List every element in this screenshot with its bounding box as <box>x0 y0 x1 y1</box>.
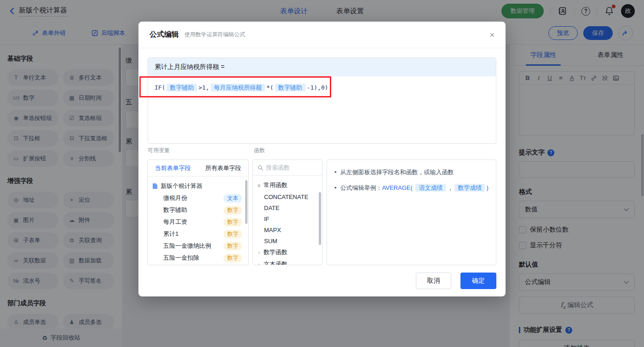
type-badge: 数字 <box>224 242 242 250</box>
function-item[interactable]: DATE <box>253 202 322 213</box>
search-icon <box>258 165 263 171</box>
tab-all-form-fields[interactable]: 所有表单字段 <box>205 164 241 172</box>
form-root-node[interactable]: 新版个税计算器 <box>148 180 248 192</box>
function-item[interactable]: CONCATENATE <box>253 191 322 202</box>
cancel-button[interactable]: 取消 <box>416 273 451 289</box>
tab-current-form-fields[interactable]: 当前表单字段 <box>155 164 191 172</box>
formula-code: >1, <box>198 84 209 91</box>
variable-row[interactable]: 缴税月份文本 <box>148 192 248 204</box>
type-badge: 数字 <box>224 230 242 239</box>
variables-panel: 当前表单字段 所有表单字段 新版个税计算器 缴税月份文本 数字辅助数字 每月工资… <box>147 159 249 265</box>
tip-example-line: • 公式编辑举例：AVERAGE( 语文成绩，数学成绩) <box>334 183 489 193</box>
formula-target-bar: 累计上月应纳税所得额 = <box>148 58 496 76</box>
type-badge: 数字 <box>224 218 242 227</box>
formula-field-chip[interactable]: 数字辅助 <box>275 84 305 91</box>
variable-row[interactable]: 五险一金缴纳比例数字 <box>148 240 248 252</box>
example-function: AVERAGE( <box>382 184 413 191</box>
function-group-common[interactable]: ∨ 常用函数 <box>253 179 322 191</box>
functions-scrollbar[interactable] <box>319 192 321 245</box>
tip-line: • 从左侧面板选择字段名和函数，或输入函数 <box>334 167 489 177</box>
function-group-text[interactable]: › 文本函数 <box>253 258 322 265</box>
caret-right-icon: › <box>257 250 261 255</box>
formula-code: *( <box>266 84 274 91</box>
functions-label: 函数 <box>254 147 265 154</box>
formula-field-chip[interactable]: 每月应纳税所得额 <box>211 84 265 91</box>
formula-code: IF( <box>155 84 165 91</box>
variables-label: 可用变量 <box>148 147 170 154</box>
function-item[interactable]: MAPX <box>253 224 322 235</box>
formula-expression[interactable]: IF(数字辅助>1,每月应纳税所得额*(数字辅助-1),0) <box>148 76 496 99</box>
confirm-button[interactable]: 确定 <box>460 273 496 289</box>
function-search-input[interactable] <box>266 164 312 171</box>
formula-code: -1),0) <box>307 84 328 91</box>
function-group-math[interactable]: › 数学函数 <box>253 246 322 258</box>
formula-editor-area[interactable]: 累计上月应纳税所得额 = IF(数字辅助>1,每月应纳税所得额*(数字辅助-1)… <box>148 57 496 144</box>
caret-down-icon: ∨ <box>257 182 261 188</box>
close-icon[interactable]: × <box>489 31 494 39</box>
variable-row[interactable]: 数字辅助数字 <box>148 204 248 216</box>
function-search[interactable] <box>253 160 322 176</box>
function-item[interactable]: IF <box>253 213 322 224</box>
example-field-chip: 数学成绩 <box>454 184 485 192</box>
variable-row[interactable]: 累计1数字 <box>148 228 248 240</box>
function-item[interactable]: SUM <box>253 235 322 246</box>
formula-field-chip[interactable]: 数字辅助 <box>167 84 197 91</box>
dialog-header: 公式编辑 使用数学运算符编辑公式 × <box>138 22 506 48</box>
tips-panel: • 从左侧面板选择字段名和函数，或输入函数 • 公式编辑举例：AVERAGE( … <box>327 159 496 265</box>
type-badge: 数字 <box>224 254 242 262</box>
type-badge: 文本 <box>224 194 242 203</box>
variable-row[interactable]: 每月工资数字 <box>148 216 248 228</box>
variables-scrollbar[interactable] <box>245 180 247 224</box>
formula-editor-dialog: 公式编辑 使用数学运算符编辑公式 × 累计上月应纳税所得额 = IF(数字辅助>… <box>138 22 506 296</box>
caret-right-icon: › <box>257 262 261 265</box>
dialog-subtitle: 使用数学运算符编辑公式 <box>184 31 245 39</box>
app-root: 新版个税计算器 表单设计 表单设置 数据管理 ? 政 表单外链 <box>0 0 644 347</box>
form-doc-icon <box>152 183 158 189</box>
functions-panel: ∨ 常用函数 CONCATENATE DATE IF MAPX SUM › 数学… <box>253 159 322 265</box>
dialog-title: 公式编辑 <box>150 30 179 40</box>
type-badge: 数字 <box>224 206 242 215</box>
example-field-chip: 语文成绩 <box>415 184 446 192</box>
variable-row[interactable]: 五险一金扣除数字 <box>148 252 248 264</box>
